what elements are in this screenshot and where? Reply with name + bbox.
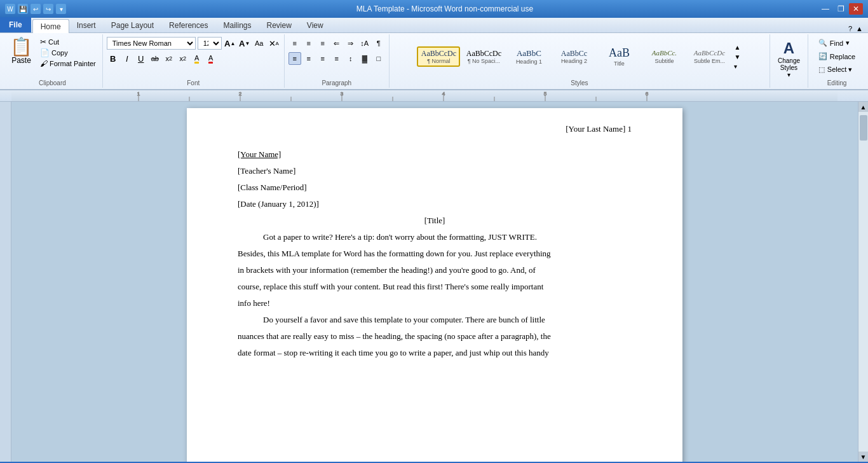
cut-button[interactable]: ✂ Cut xyxy=(37,37,98,47)
copy-button[interactable]: 📄 Copy xyxy=(37,48,98,58)
change-styles-label: Change Styles xyxy=(778,57,800,71)
format-painter-icon: 🖌 xyxy=(40,59,48,68)
style-normal[interactable]: AaBbCcDc ¶ Normal xyxy=(417,46,460,67)
select-button[interactable]: ⬚ Select ▾ xyxy=(815,64,857,76)
paragraph-1-line-4: course, replace this stuff with your con… xyxy=(238,279,632,295)
scrollbar-track[interactable] xyxy=(858,112,869,452)
subscript-button[interactable]: x2 xyxy=(163,52,175,65)
style-subtitle[interactable]: AaBbCc. Subtitle xyxy=(642,47,686,66)
grow-font-button[interactable]: A▲ xyxy=(224,37,236,50)
svg-text:4: 4 xyxy=(442,91,445,97)
style-title-name: Title xyxy=(614,60,625,67)
scroll-up-button[interactable]: ▲ xyxy=(858,102,869,112)
align-center-button[interactable]: ≡ xyxy=(302,52,315,65)
show-hide-button[interactable]: ¶ xyxy=(372,37,385,50)
font-name-select[interactable]: Times New Roman xyxy=(107,37,196,50)
font-label: Font xyxy=(103,79,284,86)
multilevel-button[interactable]: ≡ xyxy=(316,37,329,50)
shading-button[interactable]: ▓ xyxy=(358,52,371,65)
paste-button[interactable]: 📋 Paste xyxy=(6,37,36,66)
styles-scroll-buttons[interactable]: ▲ ▼ ▾ xyxy=(733,43,742,71)
paragraph-label: Paragraph xyxy=(285,79,389,86)
customize-icon[interactable]: ▾ xyxy=(56,4,66,14)
change-case-button[interactable]: Aa xyxy=(253,37,266,50)
ribbon-right-controls: ? ▲ xyxy=(848,25,868,32)
replace-button[interactable]: 🔄 Replace xyxy=(815,50,859,62)
date-line: [Date (January 1, 2012)] xyxy=(238,196,632,212)
tab-review[interactable]: Review xyxy=(259,18,299,32)
justify-button[interactable]: ≡ xyxy=(330,52,343,65)
bold-button[interactable]: B xyxy=(107,52,119,65)
shrink-font-button[interactable]: A▼ xyxy=(238,37,251,50)
borders-button[interactable]: □ xyxy=(372,52,385,65)
tab-file[interactable]: File xyxy=(0,17,31,32)
tab-page-layout[interactable]: Page Layout xyxy=(104,18,161,32)
styles-scroll-down-icon[interactable]: ▼ xyxy=(734,53,740,60)
paragraph-2-line-2: nuances that are really easy to miss – t… xyxy=(238,328,632,345)
document-scroll-area[interactable]: [Your Last Name] 1 [Your Name] [Teacher'… xyxy=(11,102,858,462)
style-no-spacing[interactable]: AaBbCcDc ¶ No Spaci... xyxy=(462,47,505,66)
format-painter-button[interactable]: 🖌 Format Painter xyxy=(37,59,98,69)
tab-view[interactable]: View xyxy=(299,18,331,32)
sort-button[interactable]: ↕A xyxy=(358,37,371,50)
window-title: MLA Template - Microsoft Word non-commer… xyxy=(71,4,818,13)
clear-formatting-button[interactable]: ✕A xyxy=(268,37,280,50)
style-subtitle-name: Subtitle xyxy=(654,58,674,64)
style-no-spacing-name: ¶ No Spaci... xyxy=(468,58,500,64)
paragraph-2-line-1: Do yourself a favor and save this templa… xyxy=(238,312,632,328)
save-icon[interactable]: 💾 xyxy=(18,4,28,14)
change-styles-button[interactable]: A Change Styles ▾ xyxy=(774,37,804,81)
tab-insert[interactable]: Insert xyxy=(69,18,104,32)
find-icon: 🔍 xyxy=(818,39,827,47)
svg-rect-0 xyxy=(11,90,837,102)
styles-scroll-up-icon[interactable]: ▲ xyxy=(734,44,740,51)
author-name-line: [Your Name] xyxy=(238,146,632,163)
style-title[interactable]: AaB Title xyxy=(597,45,641,69)
align-left-button[interactable]: ≡ xyxy=(288,52,301,65)
text-highlight-button[interactable]: A xyxy=(191,52,203,65)
tab-references[interactable]: References xyxy=(161,18,215,32)
styles-group: AaBbCcDc ¶ Normal AaBbCcDc ¶ No Spaci...… xyxy=(390,34,770,88)
close-button[interactable]: ✕ xyxy=(849,3,863,15)
style-no-spacing-preview: AaBbCcDc xyxy=(466,49,501,58)
scrollbar[interactable]: ▲ ▼ xyxy=(858,102,868,462)
minimize-ribbon-icon[interactable]: ▲ xyxy=(856,25,863,32)
style-subtle-em[interactable]: AaBbCcDc Subtle Em... xyxy=(688,47,731,66)
document-page[interactable]: [Your Last Name] 1 [Your Name] [Teacher'… xyxy=(187,108,682,462)
numbering-button[interactable]: ≡ xyxy=(302,37,315,50)
underline-button[interactable]: U xyxy=(135,52,147,65)
decrease-indent-button[interactable]: ⇐ xyxy=(330,37,343,50)
scrollbar-thumb[interactable] xyxy=(860,115,867,141)
tab-mailings[interactable]: Mailings xyxy=(215,18,259,32)
strikethrough-button[interactable]: ab xyxy=(149,52,161,65)
align-right-button[interactable]: ≡ xyxy=(316,52,329,65)
font-size-select[interactable]: 12 xyxy=(198,37,222,50)
tab-home[interactable]: Home xyxy=(32,19,69,33)
styles-expand-icon[interactable]: ▾ xyxy=(734,63,740,70)
style-heading2[interactable]: AaBbCc Heading 2 xyxy=(552,47,595,66)
line-spacing-button[interactable]: ↕ xyxy=(344,52,357,65)
select-icon: ⬚ xyxy=(818,66,825,74)
bullets-button[interactable]: ≡ xyxy=(288,37,301,50)
svg-text:2: 2 xyxy=(239,91,242,97)
change-styles-icon: A xyxy=(783,39,794,57)
increase-indent-button[interactable]: ⇒ xyxy=(344,37,357,50)
style-heading1[interactable]: AaBbC Heading 1 xyxy=(507,46,550,67)
copy-icon: 📄 xyxy=(40,48,50,57)
scroll-down-button[interactable]: ▼ xyxy=(858,452,869,462)
redo-icon[interactable]: ↪ xyxy=(43,4,53,14)
title-line: [Title] xyxy=(238,212,632,229)
maximize-button[interactable]: ❐ xyxy=(834,3,848,15)
find-button[interactable]: 🔍 Find ▾ xyxy=(815,37,853,49)
editing-label: Editing xyxy=(808,79,865,86)
ribbon-tabs: File Home Insert Page Layout References … xyxy=(0,18,868,33)
paste-icon: 📋 xyxy=(10,38,32,56)
paragraph-1-line-2: Besides, this MLA template for Word has … xyxy=(238,245,632,262)
italic-button[interactable]: I xyxy=(121,52,133,65)
superscript-button[interactable]: x2 xyxy=(177,52,189,65)
paragraph-2-line-3: date format – stop re-writing it each ti… xyxy=(238,345,632,361)
font-color-button[interactable]: A xyxy=(205,52,217,65)
undo-icon[interactable]: ↩ xyxy=(31,4,41,14)
help-icon[interactable]: ? xyxy=(848,25,852,32)
minimize-button[interactable]: — xyxy=(818,3,832,15)
